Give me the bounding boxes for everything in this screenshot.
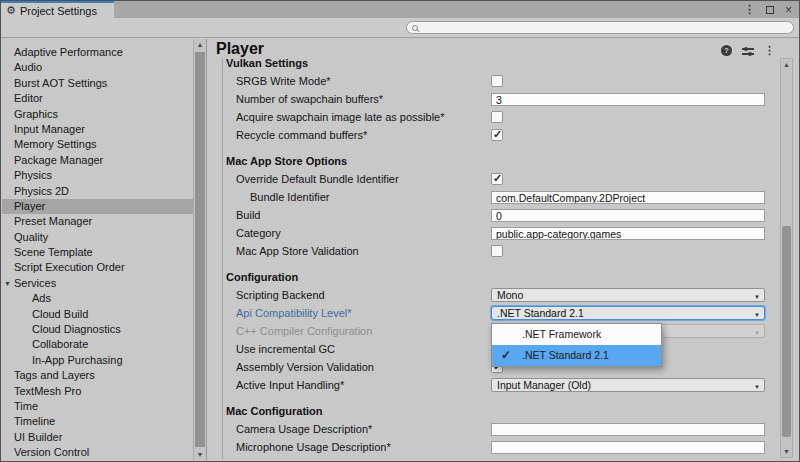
window-menu-icon[interactable]: ⋮ (744, 3, 755, 16)
setting-row-api-compatibility-level: Api Compatibility Level*.NET Standard 2.… (223, 304, 777, 322)
sidebar-item-package-manager[interactable]: Package Manager (2, 153, 193, 168)
checkmark-icon: ✓ (501, 345, 511, 366)
sidebar-item-quality[interactable]: Quality (2, 230, 193, 245)
tab-project-settings[interactable]: ⚙ Project Settings (1, 1, 114, 18)
sidebar-item-preset-manager[interactable]: Preset Manager (2, 214, 193, 229)
sidebar-item-cloud-build[interactable]: Cloud Build (2, 307, 193, 322)
content-scrollbar[interactable]: ▲ ▼ (780, 58, 793, 458)
sidebar-item-burst-aot-settings[interactable]: Burst AOT Settings (2, 76, 193, 91)
header-icons: ? ⋮ (721, 44, 775, 57)
text-field-category[interactable] (491, 227, 765, 240)
sidebar-item-physics[interactable]: Physics (2, 168, 193, 183)
checkbox-srgb-write-mode[interactable] (491, 75, 503, 87)
checkbox-mac-app-store-validation[interactable] (491, 245, 503, 257)
setting-row-category: Category (223, 224, 777, 242)
sidebar-item-label: Version Control (14, 446, 89, 458)
text-field-microphone-usage-description[interactable] (491, 441, 765, 454)
sidebar-item-script-execution-order[interactable]: Script Execution Order (2, 260, 193, 275)
close-icon[interactable]: × (785, 5, 792, 15)
section-mac-configuration: Mac ConfigurationCamera Usage Descriptio… (223, 402, 777, 456)
setting-value (491, 422, 765, 436)
sidebar-item-collaborate[interactable]: Collaborate (2, 337, 193, 352)
setting-value (491, 92, 765, 106)
dropdown-option-label: .NET Standard 2.1 (522, 349, 609, 361)
kebab-menu-icon[interactable]: ⋮ (764, 44, 775, 57)
foldout-triangle-icon[interactable]: ▼ (4, 276, 11, 291)
setting-row-build: Build (223, 206, 777, 224)
sidebar-item-label: Input Manager (14, 123, 85, 135)
sidebar-item-ads[interactable]: Ads (2, 291, 193, 306)
setting-label: Number of swapchain buffers* (223, 93, 491, 105)
sidebar-item-label: Memory Settings (14, 138, 97, 150)
preset-icon[interactable] (742, 46, 754, 56)
text-field-number-of-swapchain-buffers[interactable] (491, 93, 765, 106)
sidebar-item-label: TextMesh Pro (14, 385, 81, 397)
text-field-bundle-identifier[interactable] (491, 191, 765, 204)
setting-row-camera-usage-description: Camera Usage Description* (223, 420, 777, 438)
sidebar-item-player[interactable]: Player (2, 199, 193, 214)
setting-label: Assembly Version Validation (223, 361, 491, 373)
sidebar-item-memory-settings[interactable]: Memory Settings (2, 137, 193, 152)
section-title: Vulkan Settings (223, 58, 777, 72)
sidebar-item-physics-2d[interactable]: Physics 2D (2, 184, 193, 199)
setting-value (491, 128, 765, 142)
setting-row-srgb-write-mode: SRGB Write Mode* (223, 72, 777, 90)
sidebar-item-label: Audio (14, 61, 42, 73)
sidebar-item-label: Physics 2D (14, 185, 69, 197)
scrollbar-thumb[interactable] (195, 52, 205, 447)
search-icon (412, 25, 418, 31)
text-field-build[interactable] (491, 209, 765, 222)
window-controls: ⋮ × (744, 1, 792, 18)
scroll-up-icon[interactable]: ▲ (781, 59, 792, 70)
sidebar-item-label: Ads (32, 292, 51, 304)
sidebar-item-cloud-diagnostics[interactable]: Cloud Diagnostics (2, 322, 193, 337)
tab-title: Project Settings (20, 5, 97, 17)
sidebar-item-label: Editor (14, 92, 43, 104)
checkbox-override-default-bundle-identifier[interactable] (491, 173, 503, 185)
sidebar-item-label: In-App Purchasing (32, 354, 123, 366)
text-field-camera-usage-description[interactable] (491, 423, 765, 436)
sidebar-item-input-manager[interactable]: Input Manager (2, 122, 193, 137)
dropdown-scripting-backend[interactable]: Mono (491, 288, 765, 302)
search-box[interactable] (406, 21, 794, 34)
tab-strip: ⚙ Project Settings ⋮ × (1, 1, 799, 18)
sidebar-item-textmesh-pro[interactable]: TextMesh Pro (2, 384, 193, 399)
setting-label: Recycle command buffers* (223, 129, 491, 141)
dropdown-option-net-standard-2-1[interactable]: ✓.NET Standard 2.1 (492, 345, 661, 366)
sidebar-item-in-app-purchasing[interactable]: In-App Purchasing (2, 353, 193, 368)
search-input[interactable] (418, 22, 793, 33)
setting-label: Override Default Bundle Identifier (223, 173, 491, 185)
setting-label: Category (223, 227, 491, 239)
gear-icon: ⚙ (6, 5, 16, 16)
dropdown-active-input-handling[interactable]: Input Manager (Old) (491, 378, 765, 392)
checkbox-recycle-command-buffers[interactable] (491, 129, 503, 141)
setting-label: Bundle Identifier (223, 191, 491, 203)
setting-value (491, 440, 765, 454)
sidebar-item-label: Timeline (14, 415, 55, 427)
scroll-down-icon[interactable]: ▼ (194, 449, 206, 460)
sidebar-item-time[interactable]: Time (2, 399, 193, 414)
sidebar-item-services[interactable]: ▼Services (2, 276, 193, 291)
dropdown-api-compatibility-level[interactable]: .NET Standard 2.1 (491, 306, 765, 320)
scroll-down-icon[interactable]: ▼ (781, 446, 792, 457)
sidebar-item-scene-template[interactable]: Scene Template (2, 245, 193, 260)
sidebar-item-version-control[interactable]: Version Control (2, 445, 193, 460)
sidebar-item-audio[interactable]: Audio (2, 60, 193, 75)
setting-label: Active Input Handling* (223, 379, 491, 391)
checkbox-acquire-swapchain-image-late-as-possible[interactable] (491, 111, 503, 123)
scrollbar-thumb[interactable] (782, 226, 791, 437)
section-mac-app-store-options: Mac App Store OptionsOverride Default Bu… (223, 152, 777, 260)
sidebar-item-ui-builder[interactable]: UI Builder (2, 430, 193, 445)
dropdown-option-net-framework[interactable]: .NET Framework (492, 324, 661, 345)
sidebar-item-editor[interactable]: Editor (2, 91, 193, 106)
sidebar-item-graphics[interactable]: Graphics (2, 107, 193, 122)
scroll-up-icon[interactable]: ▲ (194, 39, 206, 50)
sidebar-item-timeline[interactable]: Timeline (2, 414, 193, 429)
sidebar-item-adaptive-performance[interactable]: Adaptive Performance (2, 45, 193, 60)
help-icon[interactable]: ? (721, 45, 732, 56)
setting-value: .NET Standard 2.1.NET Framework✓.NET Sta… (491, 306, 765, 320)
sidebar-scrollbar[interactable]: ▲ ▼ (193, 39, 206, 460)
sidebar-item-tags-and-layers[interactable]: Tags and Layers (2, 368, 193, 383)
maximize-icon[interactable] (766, 6, 774, 14)
sidebar-item-label: Quality (14, 231, 48, 243)
